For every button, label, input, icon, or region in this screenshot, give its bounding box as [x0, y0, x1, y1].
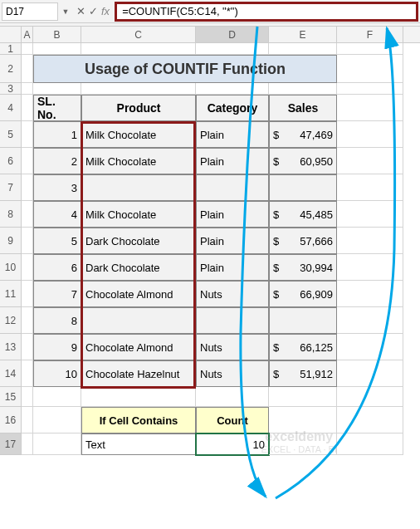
product-cell[interactable] [81, 307, 196, 334]
cell[interactable] [22, 148, 33, 174]
cell[interactable] [22, 334, 33, 360]
cell[interactable] [22, 55, 33, 83]
product-cell[interactable]: Dark Chocolate [81, 228, 196, 254]
category-cell[interactable]: Plain [196, 148, 269, 174]
cell[interactable] [81, 83, 196, 95]
row-header[interactable]: 4 [0, 95, 22, 121]
ifcell-header[interactable]: If Cell Contains [81, 407, 196, 433]
sales-cell[interactable] [269, 174, 337, 201]
col-header-f[interactable]: F [337, 27, 403, 42]
product-cell[interactable]: Milk Chocolate [81, 201, 196, 228]
cell[interactable] [33, 387, 81, 407]
cell[interactable] [337, 433, 403, 455]
cell[interactable] [22, 95, 33, 121]
cell[interactable] [22, 201, 33, 228]
formula-bar[interactable]: =COUNTIF(C5:C14, "*") [115, 2, 418, 22]
sl-cell[interactable]: 2 [33, 148, 81, 174]
cell[interactable] [269, 433, 337, 455]
cell[interactable] [337, 201, 403, 228]
category-cell[interactable]: Plain [196, 254, 269, 281]
header-product[interactable]: Product [81, 95, 196, 121]
cell[interactable] [33, 433, 81, 455]
sl-cell[interactable]: 9 [33, 334, 81, 360]
sales-cell[interactable]: $51,912 [269, 360, 337, 387]
category-cell[interactable]: Plain [196, 121, 269, 148]
row-header[interactable]: 6 [0, 148, 22, 174]
select-all-corner[interactable] [0, 27, 22, 42]
cell[interactable] [81, 387, 196, 407]
category-cell[interactable]: Plain [196, 228, 269, 254]
sales-cell[interactable] [269, 307, 337, 334]
cell[interactable] [337, 407, 403, 433]
product-cell[interactable] [81, 174, 196, 201]
cell[interactable] [22, 228, 33, 254]
sales-cell[interactable]: $45,485 [269, 201, 337, 228]
row-header[interactable]: 15 [0, 387, 22, 407]
title-cell[interactable]: Usage of COUNTIF Function [33, 55, 337, 83]
row-header[interactable]: 16 [0, 407, 22, 433]
category-cell[interactable] [196, 307, 269, 334]
sl-cell[interactable]: 3 [33, 174, 81, 201]
ifcell-value[interactable]: Text [81, 433, 196, 455]
row-header[interactable]: 7 [0, 174, 22, 201]
col-header-d[interactable]: D [196, 27, 269, 42]
category-cell[interactable]: Plain [196, 201, 269, 228]
row-header[interactable]: 11 [0, 281, 22, 307]
row-header[interactable]: 14 [0, 360, 22, 387]
fx-icon[interactable]: fx [101, 5, 110, 17]
enter-icon[interactable]: ✓ [89, 5, 98, 17]
cell[interactable] [33, 407, 81, 433]
name-box[interactable]: D17 [2, 2, 58, 21]
row-header[interactable]: 17 [0, 433, 22, 455]
sales-cell[interactable]: $47,469 [269, 121, 337, 148]
sl-cell[interactable]: 7 [33, 281, 81, 307]
row-header[interactable]: 12 [0, 307, 22, 334]
row-header[interactable]: 13 [0, 334, 22, 360]
product-cell[interactable]: Milk Chocolate [81, 148, 196, 174]
cell[interactable] [337, 334, 403, 360]
sl-cell[interactable]: 6 [33, 254, 81, 281]
col-header-c[interactable]: C [81, 27, 196, 42]
namebox-dropdown-icon[interactable]: ▼ [60, 7, 71, 16]
cell[interactable] [22, 387, 33, 407]
cancel-icon[interactable]: ✕ [76, 5, 85, 17]
cell[interactable] [196, 387, 269, 407]
product-cell[interactable]: Milk Chocolate [81, 121, 196, 148]
row-header[interactable]: 2 [0, 55, 22, 83]
row-header[interactable]: 8 [0, 201, 22, 228]
cell[interactable] [337, 95, 403, 121]
cell[interactable] [337, 121, 403, 148]
count-result-cell[interactable]: 10 [196, 433, 269, 455]
cell[interactable] [337, 254, 403, 281]
sales-cell[interactable]: $66,125 [269, 334, 337, 360]
cell[interactable] [22, 360, 33, 387]
category-cell[interactable]: Nuts [196, 281, 269, 307]
cell[interactable] [337, 387, 403, 407]
sl-cell[interactable]: 8 [33, 307, 81, 334]
cell[interactable] [337, 228, 403, 254]
cell[interactable] [33, 83, 81, 95]
header-sales[interactable]: Sales [269, 95, 337, 121]
sl-cell[interactable]: 10 [33, 360, 81, 387]
category-cell[interactable] [196, 174, 269, 201]
cell[interactable] [269, 407, 337, 433]
cell[interactable] [337, 43, 403, 55]
cell[interactable] [22, 83, 33, 95]
cell[interactable] [22, 281, 33, 307]
row-header[interactable]: 9 [0, 228, 22, 254]
product-cell[interactable]: Chocolate Almond [81, 334, 196, 360]
sales-cell[interactable]: $66,909 [269, 281, 337, 307]
cell[interactable] [22, 121, 33, 148]
row-header[interactable]: 3 [0, 83, 22, 95]
product-cell[interactable]: Chocolate Hazelnut [81, 360, 196, 387]
cell[interactable] [337, 55, 403, 83]
cell[interactable] [337, 307, 403, 334]
row-header[interactable]: 5 [0, 121, 22, 148]
col-header-b[interactable]: B [33, 27, 81, 42]
col-header-e[interactable]: E [269, 27, 337, 42]
cell[interactable] [22, 307, 33, 334]
sales-cell[interactable]: $57,666 [269, 228, 337, 254]
row-header[interactable]: 1 [0, 43, 22, 55]
count-header[interactable]: Count [196, 407, 269, 433]
row-header[interactable]: 10 [0, 254, 22, 281]
